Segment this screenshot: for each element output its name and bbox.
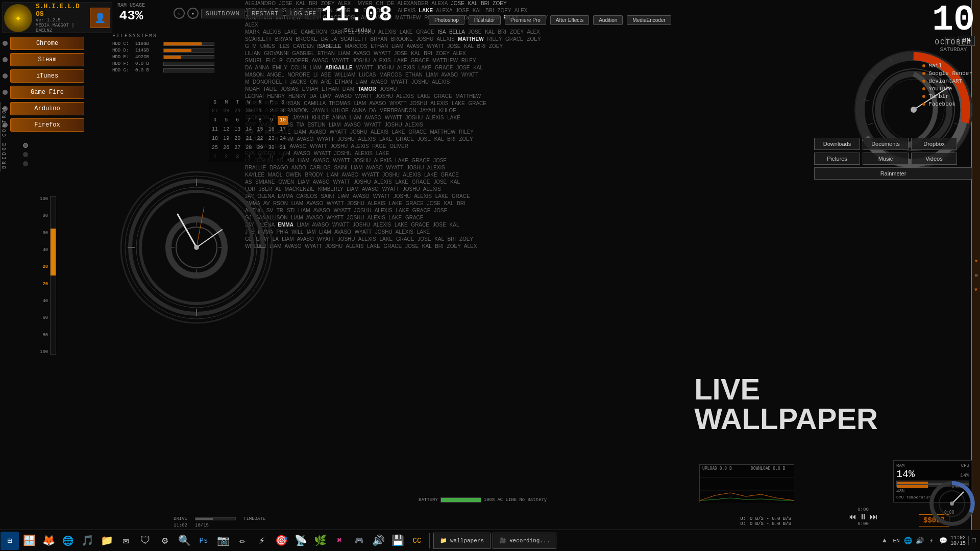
time-date-label: TIMEDATE [243,516,265,521]
clock-time: 11:08 [322,3,394,27]
drive-date: 10/15 [195,523,209,528]
taskbar-icon-extra4[interactable]: 💾 [388,532,407,550]
rainmeter-folder[interactable]: Rainmeter [814,167,972,180]
tray-icon-sound[interactable]: 🔊 [915,536,924,545]
battery-label: BATTERY [419,497,438,503]
shutdown-button[interactable]: SHUTDOWN [201,9,244,18]
sidebar-item-firefox[interactable]: Firefox [0,118,112,132]
music-folder[interactable]: Music [863,153,909,165]
media-time-end: 0:00 [857,521,869,527]
date-month: OCTOBER [932,38,975,46]
net-download-value: 0 B/S - 0.0 B/S [750,521,791,527]
itunes-button[interactable]: iTunes [10,69,84,83]
next-button[interactable]: ⏭ [870,512,878,521]
tray-icon-power[interactable]: ⚡ [927,536,936,545]
tray-icon-show-desktop[interactable]: □ [968,536,977,545]
downloads-folder[interactable]: Downloads [814,138,860,150]
shield-panel: ✦ S.H.I.E.L.D OS Ver 1.2.5 MEDIA MAGGOT … [3,3,112,33]
link-mail[interactable]: Mail [922,63,972,69]
taskbar-icon-signal[interactable]: 📡 [291,532,310,550]
ram-panel: RAM USAGE 43% [117,3,145,23]
sidebar-dot [3,57,8,62]
logoff-button[interactable]: LOG OFF [286,9,321,18]
taskbar-icon-settings[interactable]: ⚙ [156,532,174,550]
tray-icon-en[interactable]: EN [892,536,901,545]
tray-icon-1[interactable]: ▲ [880,536,889,545]
sidebar-item-itunes[interactable]: iTunes [0,69,112,83]
taskbar-recording[interactable]: 🎥 Recording... [493,533,556,549]
link-youtube[interactable]: YouTube [922,86,972,92]
taskbar-icon-green[interactable]: 🌿 [311,532,329,550]
dropbox-folder[interactable]: Dropbox [911,138,957,150]
battery-ac: AC LINE [497,497,517,503]
after-effects-btn[interactable]: After Effects [550,15,589,25]
audition-btn[interactable]: Audition [593,15,623,25]
media-encoder-btn[interactable]: MediaEncoder [627,15,671,25]
arduino-button[interactable]: Arduino [10,102,84,115]
sidebar-item-arduino[interactable]: Arduino [0,102,112,115]
pictures-folder[interactable]: Pictures [814,153,860,165]
taskbar-icon-mail[interactable]: ✉ [117,532,135,550]
analog-clock [117,168,276,327]
sidebar-dot [3,73,8,79]
taskbar-icon-extra2[interactable]: 🎮 [350,532,368,550]
firefox-button[interactable]: Firefox [10,118,84,132]
illustrator-btn[interactable]: Illustrator [469,15,501,25]
taskbar-wallpapers[interactable]: 📁 Wallpapers [433,533,491,549]
live-label: LIVE [694,374,878,404]
circle-btn-1[interactable]: ○ [174,8,185,19]
taskbar-icon-extra3[interactable]: 🔊 [369,532,387,550]
svg-text:UPLOAD 0.0 B: UPLOAD 0.0 B [702,466,732,471]
battery-status: No Battery [519,497,547,503]
face-art: ALEJANDRO JOSE KAL BRI ZOEY ALEX MYER CH… [245,0,551,398]
photoshop-btn[interactable]: Photoshop [429,15,464,25]
gamefire-button[interactable]: Game Fire [10,86,84,99]
tray-icon-network[interactable]: 🌐 [903,536,913,545]
taskbar-icon-explorer[interactable]: 🪟 [20,532,38,550]
link-google-render[interactable]: Google Render [922,70,972,77]
taskbar-icon-chrome[interactable]: 🌐 [59,532,77,550]
prev-button[interactable]: ⏮ [848,512,856,521]
circle-btn-2[interactable]: ● [187,8,199,19]
sidebar-item-gamefire[interactable]: Game Fire [0,86,112,99]
steam-button[interactable]: Steam [10,53,84,66]
sidebar-item-chrome[interactable]: Chrome [0,37,112,50]
date-panel: 10 OCTOBER SATURDAY [932,3,975,53]
taskbar-icon-camera[interactable]: 📷 [214,532,232,550]
vc-20-bot: 20 [40,282,48,287]
calendar-panel: SMTWRFS 27282930123 45678910 11121314151… [209,99,288,162]
taskbar-icon-extra5[interactable]: CC [408,532,426,550]
calendar-header: SMTWRFS [209,99,288,105]
documents-folder[interactable]: Documents [863,138,909,150]
taskbar-icon-photoshop[interactable]: Ps [194,532,213,550]
taskbar-icon-shield[interactable]: 🛡 [136,532,155,550]
taskbar-icon-search[interactable]: 🔍 [175,532,193,550]
drive-label: DRIVE [174,516,187,521]
link-deviantart[interactable]: deviantART [922,78,972,84]
link-tumblr[interactable]: Tumblr [922,93,972,99]
chrome-button[interactable]: Chrome [10,37,84,50]
start-button[interactable]: ⊞ [1,532,19,550]
clock-panel: 11:08 Saturday [322,3,394,33]
taskbar-icon-extra[interactable]: ⌘ [330,532,349,550]
restart-button[interactable]: RESTART [247,9,283,18]
taskbar-icon-firefox[interactable]: 🦊 [39,532,58,550]
videos-folder[interactable]: Videos [911,153,957,165]
speed-dial: 0:00 6:00 [929,481,975,527]
taskbar-icon-lightning[interactable]: ⚡ [253,532,271,550]
taskbar-icon-itunes[interactable]: 🎵 [78,532,96,550]
os-version: Ver 1.2.5 [36,18,87,23]
premiere-btn[interactable]: Premiere Pro [505,15,546,25]
shield-info: S.H.I.E.L.D OS Ver 1.2.5 MEDIA MAGGOT | … [33,2,90,34]
battery-panel: BATTERY 100% AC LINE No Battery [419,497,547,503]
taskbar-icon-target[interactable]: 🎯 [272,532,290,550]
play-pause-button[interactable]: ⏸ [859,512,867,521]
svg-text:DOWNLOAD 0.0 B: DOWNLOAD 0.0 B [751,466,786,471]
sidebar-item-steam[interactable]: Steam [0,53,112,66]
link-facebook[interactable]: Facebook [922,101,972,107]
tray-icon-msg[interactable]: 💬 [939,536,948,545]
taskbar-icon-pencil[interactable]: ✏ [233,532,252,550]
system-tray: ▲ EN 🌐 🔊 ⚡ 💬 11:02 10/15 □ [880,535,980,546]
left-sidebar: Chrome Steam iTunes Game Fire Arduino Fi… [0,36,112,133]
taskbar-icon-folder[interactable]: 📁 [97,532,116,550]
